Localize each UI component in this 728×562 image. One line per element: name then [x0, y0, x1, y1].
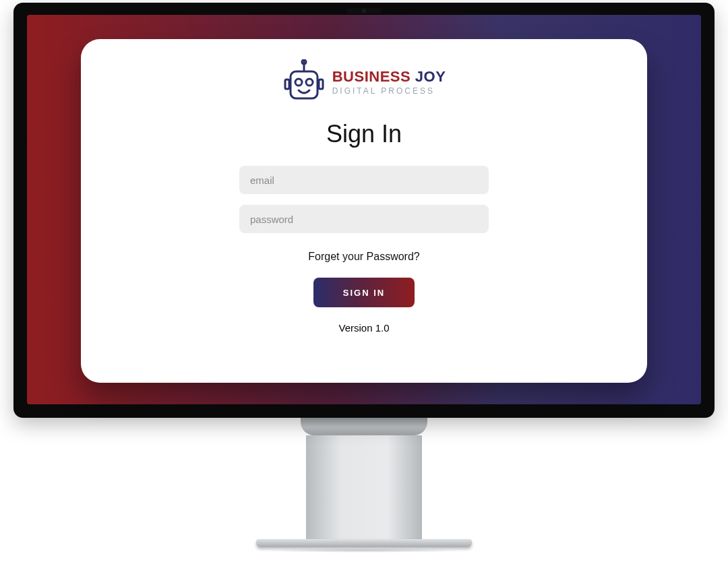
signin-button[interactable]: SIGN IN: [313, 278, 415, 307]
monitor-bezel: BUSINESS JOY DIGITAL PROCESS Sign In For…: [13, 3, 715, 418]
brand-logo: BUSINESS JOY DIGITAL PROCESS: [282, 59, 446, 105]
robot-icon: [282, 59, 326, 105]
version-label: Version 1.0: [338, 322, 389, 334]
email-field[interactable]: [239, 166, 489, 194]
svg-rect-6: [319, 80, 323, 89]
svg-point-4: [306, 79, 313, 86]
signin-heading: Sign In: [326, 120, 402, 148]
svg-point-3: [295, 79, 302, 86]
stand-hinge: [301, 416, 427, 435]
screen-background: BUSINESS JOY DIGITAL PROCESS Sign In For…: [27, 15, 701, 404]
stand-shadow: [263, 549, 465, 553]
brand-subtitle: DIGITAL PROCESS: [332, 87, 446, 95]
camera-notch: [346, 8, 382, 13]
login-card: BUSINESS JOY DIGITAL PROCESS Sign In For…: [81, 39, 647, 383]
brand-title-joy: JOY: [415, 68, 446, 85]
brand-title: BUSINESS JOY: [332, 69, 446, 84]
monitor-frame: BUSINESS JOY DIGITAL PROCESS Sign In For…: [13, 3, 715, 553]
password-field[interactable]: [239, 205, 489, 233]
stand-neck: [306, 435, 422, 540]
svg-rect-5: [285, 80, 289, 89]
stand-base: [256, 539, 472, 547]
forgot-password-link[interactable]: Forget your Password?: [308, 251, 419, 263]
svg-rect-2: [291, 71, 317, 98]
brand-text: BUSINESS JOY DIGITAL PROCESS: [332, 69, 446, 95]
brand-title-business: BUSINESS: [332, 68, 415, 85]
monitor-stand: [13, 416, 715, 553]
